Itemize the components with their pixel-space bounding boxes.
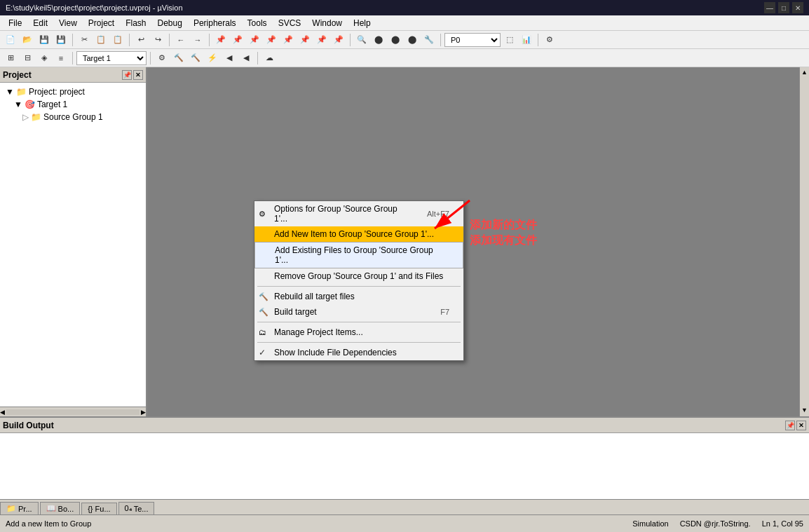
project-tab-icon: 📁 [6, 504, 16, 513]
forward-button[interactable]: → [190, 32, 205, 48]
ctx-show-include[interactable]: ✓ Show Include File Dependencies [254, 345, 463, 360]
copy-button[interactable]: 📋 [93, 32, 109, 48]
scroll-down-arrow[interactable]: ▼ [800, 405, 809, 415]
tree-item-source-group[interactable]: ▷ 📁 Source Group 1 [0, 111, 146, 123]
ctx-manage[interactable]: 🗂 Manage Project Items... [254, 325, 463, 340]
status-left: Add a new Item to Group [6, 519, 91, 528]
csdn-info: CSDN @rjr.ToString. [680, 519, 751, 528]
vertical-scrollbar[interactable]: ▲ ▼ [799, 67, 809, 416]
menu-tools[interactable]: Tools [242, 17, 273, 29]
open-button[interactable]: 📂 [20, 32, 35, 48]
tb2-btn3[interactable]: ◈ [36, 50, 52, 66]
sep4 [209, 34, 210, 46]
title-controls[interactable]: — □ ✕ [764, 2, 803, 13]
minimize-button[interactable]: — [764, 2, 775, 13]
build-button[interactable]: 🔨 [171, 50, 186, 66]
menu-svcs[interactable]: SVCS [273, 17, 307, 29]
tab-books[interactable]: 📖 Bo... [40, 502, 81, 514]
ctx-remove[interactable]: Remove Group 'Source Group 1' and its Fi… [254, 268, 463, 284]
project-panel-title: Project [3, 70, 32, 80]
tb-btn14[interactable]: 📊 [519, 32, 534, 48]
tb-btn7[interactable]: 📌 [314, 32, 329, 48]
tab-project[interactable]: 📁 Pr... [0, 502, 39, 514]
pin-build-button[interactable]: 📌 [785, 421, 795, 430]
ctx-sep1 [257, 286, 461, 287]
tb-btn10[interactable]: ⬤ [388, 32, 403, 48]
tb-btn4[interactable]: 📌 [264, 32, 279, 48]
tb-btn6[interactable]: 📌 [297, 32, 313, 48]
coords-info: Ln 1, Col 95 [762, 519, 803, 528]
download-button[interactable]: ⚡ [205, 50, 220, 66]
sep3 [169, 34, 170, 46]
redo-button[interactable]: ↪ [150, 32, 165, 48]
menu-debug[interactable]: Debug [152, 17, 188, 29]
project-scrollbar-track [6, 409, 140, 415]
menu-file[interactable]: File [3, 17, 27, 29]
menu-view[interactable]: View [53, 17, 83, 29]
ctx-build-label: Build target [274, 307, 317, 317]
tb-btn1[interactable]: 📌 [213, 32, 229, 48]
bottom-tabs: 📁 Pr... 📖 Bo... {} Fu... 0₄ Te... [0, 499, 809, 514]
tb2-btn6[interactable]: ◀ [238, 50, 254, 66]
back-button[interactable]: ← [173, 32, 189, 48]
tb-btn8[interactable]: 📌 [331, 32, 346, 48]
toolbar-build: ⊞ ⊟ ◈ ≡ Target 1 ⚙ 🔨 🔨 ⚡ ◀ ◀ ☁ [0, 49, 809, 67]
target-dropdown[interactable]: Target 1 [76, 51, 147, 65]
menu-project[interactable]: Project [83, 17, 120, 29]
menu-window[interactable]: Window [306, 17, 348, 29]
tb2-btn7[interactable]: ☁ [261, 50, 277, 66]
functions-tab-label: Fu... [95, 505, 111, 513]
close-panel-button[interactable]: ✕ [133, 70, 143, 80]
tab-functions[interactable]: {} Fu... [81, 503, 116, 514]
save-button[interactable]: 💾 [36, 32, 52, 48]
scroll-left-arrow[interactable]: ◀ [0, 409, 5, 416]
tb-btn12[interactable]: 🔧 [421, 32, 437, 48]
tb2-btn1[interactable]: ⊞ [3, 50, 18, 66]
ctx-rebuild[interactable]: 🔨 Rebuild all target files [254, 289, 463, 304]
tab-templates[interactable]: 0₄ Te... [118, 502, 155, 514]
pin-button[interactable]: 📌 [122, 70, 132, 80]
tb-btn13[interactable]: ⬚ [502, 32, 517, 48]
functions-tab-icon: {} [88, 505, 93, 513]
tb-find-button[interactable]: 🔍 [354, 32, 369, 48]
tb-btn5[interactable]: 📌 [280, 32, 296, 48]
tb-btn9[interactable]: ⬤ [371, 32, 386, 48]
project-panel-header: Project 📌 ✕ [0, 67, 146, 83]
build-panel-controls[interactable]: 📌 ✕ [785, 421, 806, 430]
project-scrollbar[interactable]: ◀ ▶ [0, 407, 146, 416]
menu-bar: File Edit View Project Flash Debug Perip… [0, 15, 809, 31]
rebuild-button[interactable]: 🔨 [188, 50, 203, 66]
menu-edit[interactable]: Edit [27, 17, 53, 29]
bottom-section: Build Output 📌 ✕ 📁 Pr... 📖 Bo... {} Fu..… [0, 416, 809, 514]
target-options-button[interactable]: ⚙ [154, 50, 170, 66]
tb-btn11[interactable]: ⬤ [404, 32, 420, 48]
tree-item-project[interactable]: ▼ 📁 Project: project [0, 86, 146, 98]
tb2-btn2[interactable]: ⊟ [20, 50, 35, 66]
tb-btn15[interactable]: ⚙ [542, 32, 557, 48]
tb2-btn4[interactable]: ≡ [53, 50, 69, 66]
menu-flash[interactable]: Flash [120, 17, 151, 29]
tb-btn3[interactable]: 📌 [247, 32, 262, 48]
sep2 [129, 34, 130, 46]
tree-item-target[interactable]: ▼ 🎯 Target 1 [0, 98, 146, 111]
register-dropdown[interactable]: P0 [444, 33, 501, 47]
close-button[interactable]: ✕ [792, 2, 803, 13]
scroll-right-arrow[interactable]: ▶ [141, 409, 146, 416]
tb2-btn5[interactable]: ◀ [222, 50, 237, 66]
menu-peripherals[interactable]: Peripherals [188, 17, 242, 29]
panel-controls[interactable]: 📌 ✕ [122, 70, 143, 80]
save-all-button[interactable]: 💾 [53, 32, 69, 48]
ctx-sep2 [257, 322, 461, 322]
scroll-up-arrow[interactable]: ▲ [800, 67, 809, 77]
paste-button[interactable]: 📋 [110, 32, 125, 48]
cut-button[interactable]: ✂ [76, 32, 92, 48]
menu-help[interactable]: Help [348, 17, 376, 29]
maximize-button[interactable]: □ [778, 2, 789, 13]
ctx-build[interactable]: 🔨 Build target F7 [254, 304, 463, 320]
tree-expand-icon: ▼ [6, 87, 14, 97]
new-file-button[interactable]: 📄 [3, 32, 18, 48]
tb-btn2[interactable]: 📌 [230, 32, 245, 48]
close-build-button[interactable]: ✕ [796, 421, 806, 430]
sep7 [538, 34, 538, 46]
undo-button[interactable]: ↩ [133, 32, 149, 48]
